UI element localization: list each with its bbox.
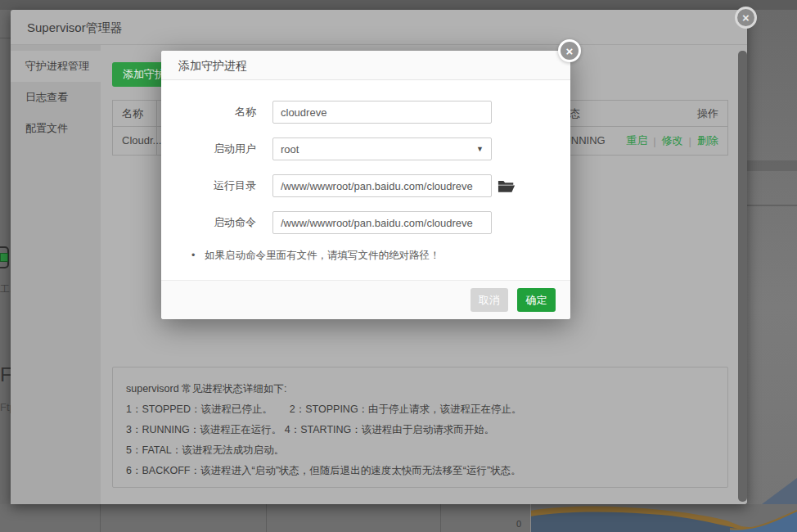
window-scrollbar-thumb[interactable] [738,51,747,502]
overlay-right-strip [747,10,797,504]
delete-link[interactable]: 删除 [697,133,718,148]
daemon-name-cell: Cloudr... [122,127,161,155]
info-line: supervisord 常见进程状态详细如下: [126,379,714,399]
status-info-box: supervisord 常见进程状态详细如下: 1：STOPPED：该进程已停止… [112,367,728,488]
window-titlebar: Supervisor管理器 [11,10,747,45]
confirm-button[interactable]: 确定 [517,288,556,312]
background-divider [0,38,11,38]
info-line: 6：BACKOFF：该进程进入“启动”状态，但随后退出的速度太快而无法移至“运行… [126,461,714,481]
chevron-down-icon: ▼ [476,145,484,153]
column-header-name: 名称 [122,101,143,127]
form-row-name: 名称 [161,101,570,124]
action-separator: | [689,135,691,147]
plugin-icon [0,243,11,274]
action-separator: | [653,135,655,147]
form-row-run-dir: 运行目录 [161,174,570,197]
sidebar-item-log-view[interactable]: 日志查看 [11,82,101,113]
run-dir-label: 运行目录 [161,174,256,197]
screen: 工... FT Ftp 0 Supervisor管理器 守护进程管理 日志查看 … [0,0,797,532]
background-band [747,205,797,206]
start-cmd-input[interactable] [272,211,492,234]
folder-browse-icon[interactable] [498,178,516,193]
start-user-label: 启动用户 [161,138,256,160]
modal-footer: 取消 确定 [161,280,570,319]
modal-note: • 如果启动命令里面有文件，请填写文件的绝对路径！ [161,247,570,264]
background-partial-text: 工... [0,282,11,295]
info-line: 1：STOPPED：该进程已停止。 2：STOPPING：由于停止请求，该进程正… [126,399,714,420]
modify-link[interactable]: 修改 [662,133,683,148]
modal-note-text: 如果启动命令里面有文件，请填写文件的绝对路径！ [205,247,440,264]
start-user-selected-value: root [281,143,299,156]
sidebar-item-config-file[interactable]: 配置文件 [11,113,101,144]
name-label: 名称 [161,101,256,124]
overlay-top-strip [0,0,797,10]
modal-header: 添加守护进程 [161,51,570,80]
plugin-icon-green-chip [0,253,8,262]
background-grid-line [100,504,101,532]
background-area-chart [530,504,797,532]
form-row-user: 启动用户 root ▼ [161,138,570,160]
run-dir-input[interactable] [272,174,492,197]
add-daemon-modal: 添加守护进程 名称 启动用户 root ▼ 运行目录 启动命令 [161,51,570,319]
table-column-divider [156,101,157,126]
form-row-start-cmd: 启动命令 [161,211,570,234]
modal-title: 添加守护进程 [178,51,247,80]
bullet-icon: • [191,247,195,264]
window-close-icon[interactable]: × [735,7,757,29]
sidebar: 守护进程管理 日志查看 配置文件 [11,45,101,504]
background-grid-line [440,504,441,532]
modal-close-icon[interactable]: × [558,39,581,62]
column-header-actions: 操作 [697,101,718,127]
window-title: Supervisor管理器 [27,10,123,45]
sidebar-item-daemon-management[interactable]: 守护进程管理 [11,51,101,82]
row-actions: 重启 | 修改 | 删除 [626,127,718,155]
background-grid-line [266,504,267,532]
chart-axis-zero-label: 0 [516,519,521,529]
start-user-select[interactable]: root ▼ [272,138,492,160]
restart-link[interactable]: 重启 [626,133,647,148]
info-line: 5：FATAL：该进程无法成功启动。 [126,440,714,461]
cancel-button[interactable]: 取消 [471,288,508,312]
background-band [747,160,797,171]
start-cmd-label: 启动命令 [161,211,256,234]
info-line: 3：RUNNING：该进程正在运行。 4：STARTING：该进程由于启动请求而… [126,420,714,440]
background-chart-wedge [747,473,797,504]
name-input[interactable] [272,101,492,124]
